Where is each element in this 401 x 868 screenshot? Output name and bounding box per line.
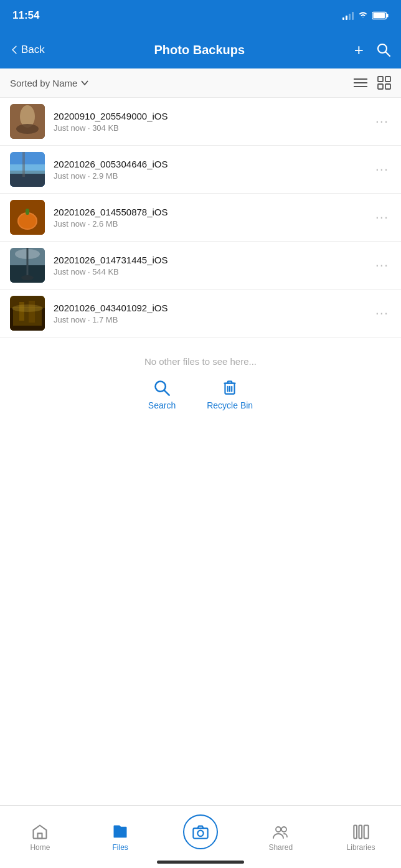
svg-rect-2 (373, 13, 385, 18)
svg-point-43 (276, 827, 281, 832)
svg-rect-46 (359, 826, 362, 839)
back-chevron-icon (10, 45, 19, 54)
file-info: 20201026_014731445_iOS Just now · 544 KB (54, 255, 364, 276)
camera-icon (192, 823, 209, 841)
file-info: 20200910_205549000_iOS Just now · 304 KB (54, 111, 364, 133)
sort-bar: Sorted by Name (0, 68, 401, 98)
tab-bar-wrapper: Home Files Shared (0, 805, 401, 868)
tab-files-label: Files (113, 843, 128, 852)
svg-point-44 (281, 827, 286, 832)
home-icon (31, 823, 49, 841)
tab-libraries-label: Libraries (347, 843, 375, 852)
add-button[interactable]: + (354, 40, 364, 60)
recycle-bin-label: Recycle Bin (207, 400, 253, 410)
back-label: Back (21, 44, 45, 56)
file-list: 20200910_205549000_iOS Just now · 304 KB… (0, 98, 401, 337)
file-thumbnail (10, 104, 45, 139)
tab-libraries[interactable]: Libraries (321, 823, 401, 852)
svg-rect-47 (364, 826, 368, 839)
sort-selector[interactable]: Sorted by Name (10, 78, 88, 88)
file-more-button[interactable]: ··· (373, 305, 391, 321)
file-name: 20201026_014550878_iOS (54, 207, 364, 217)
shared-icon (272, 823, 290, 841)
file-more-button[interactable]: ··· (373, 257, 391, 273)
file-info: 20201026_005304646_iOS Just now · 2.9 MB (54, 159, 364, 181)
svg-point-33 (12, 304, 43, 312)
svg-rect-10 (378, 84, 383, 89)
file-more-button[interactable]: ··· (373, 113, 391, 130)
sort-chevron-icon (81, 80, 88, 85)
nav-actions: + (354, 40, 391, 60)
file-name: 20201026_005304646_iOS (54, 159, 364, 169)
tab-files[interactable]: Files (80, 823, 161, 852)
file-more-button[interactable]: ··· (373, 161, 391, 177)
search-action-label: Search (148, 400, 176, 410)
thumb-image-4 (10, 248, 45, 283)
battery-icon (372, 11, 389, 20)
file-name: 20201026_014731445_iOS (54, 255, 364, 265)
view-options (354, 76, 391, 90)
list-view-icon[interactable] (354, 76, 367, 90)
search-icon[interactable] (376, 42, 391, 57)
svg-line-4 (386, 52, 390, 57)
file-item[interactable]: 20201026_014731445_iOS Just now · 544 KB… (0, 242, 401, 290)
svg-rect-17 (10, 164, 45, 174)
empty-state: No other files to see here... Search (0, 337, 401, 417)
camera-circle (183, 814, 218, 849)
grid-view-icon[interactable] (377, 76, 391, 90)
file-item[interactable]: 20200910_205549000_iOS Just now · 304 KB… (0, 98, 401, 146)
tab-home-label: Home (30, 843, 50, 852)
svg-rect-41 (193, 828, 207, 838)
file-meta: Just now · 544 KB (54, 267, 364, 276)
back-button[interactable]: Back (10, 44, 45, 56)
file-meta: Just now · 2.9 MB (54, 171, 364, 181)
status-icons (342, 11, 389, 20)
svg-rect-45 (354, 826, 357, 839)
nav-title: Photo Backups (154, 43, 245, 57)
content-area: Sorted by Name (0, 68, 401, 485)
search-action[interactable]: Search (148, 379, 176, 410)
empty-actions: Search Recycle Bin (10, 379, 391, 410)
file-meta: Just now · 2.6 MB (54, 219, 364, 229)
thumb-image-1 (10, 104, 45, 139)
status-time: 11:54 (12, 9, 39, 22)
svg-rect-8 (378, 77, 383, 82)
search-action-icon (153, 379, 171, 397)
home-indicator (0, 856, 401, 868)
svg-line-35 (164, 390, 169, 395)
file-thumbnail (10, 296, 45, 331)
files-icon (111, 823, 129, 841)
file-thumbnail (10, 152, 45, 187)
svg-rect-18 (22, 152, 25, 177)
file-item[interactable]: 20201026_005304646_iOS Just now · 2.9 MB… (0, 146, 401, 194)
file-name: 20201026_043401092_iOS (54, 303, 364, 313)
file-meta: Just now · 1.7 MB (54, 315, 364, 324)
svg-point-14 (16, 124, 39, 134)
empty-message: No other files to see here... (10, 356, 391, 367)
svg-rect-9 (385, 77, 390, 82)
svg-rect-11 (385, 84, 390, 89)
tab-bar: Home Files Shared (0, 806, 401, 856)
sort-label-text: Sorted by Name (10, 78, 77, 88)
wifi-icon (357, 11, 369, 20)
recycle-bin-action[interactable]: Recycle Bin (207, 379, 253, 410)
tab-camera[interactable] (161, 814, 241, 849)
signal-icon (342, 11, 354, 20)
tab-shared-label: Shared (268, 843, 293, 852)
tab-shared[interactable]: Shared (240, 823, 321, 852)
file-item[interactable]: 20201026_043401092_iOS Just now · 1.7 MB… (0, 290, 401, 337)
file-more-button[interactable]: ··· (373, 209, 391, 225)
recycle-bin-icon (221, 379, 238, 397)
file-item[interactable]: 20201026_014550878_iOS Just now · 2.6 MB… (0, 194, 401, 242)
file-thumbnail (10, 200, 45, 235)
tab-home[interactable]: Home (0, 823, 80, 852)
file-name: 20200910_205549000_iOS (54, 111, 364, 121)
home-indicator-bar (157, 861, 244, 864)
nav-bar: Back Photo Backups + (0, 31, 401, 68)
svg-rect-22 (26, 209, 29, 215)
file-meta: Just now · 304 KB (54, 123, 364, 133)
svg-point-27 (21, 275, 34, 280)
thumb-image-5 (10, 296, 45, 331)
status-bar: 11:54 (0, 0, 401, 31)
file-info: 20201026_014550878_iOS Just now · 2.6 MB (54, 207, 364, 229)
